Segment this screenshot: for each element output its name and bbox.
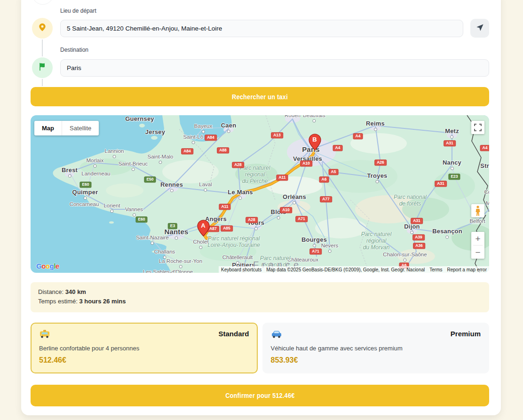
taxi-icon: [39, 330, 50, 340]
navigation-arrow-icon: [475, 23, 484, 33]
map-data-text: Map data ©2025 GeoBasis-DE/BKG (©2009), …: [264, 266, 427, 273]
route-marker-b: B: [309, 134, 321, 151]
previous-stop-circle-cutoff: [32, 0, 54, 5]
zoom-in-button[interactable]: +: [471, 232, 484, 245]
google-logo-letter: o: [41, 262, 46, 270]
departure-input[interactable]: [60, 20, 463, 37]
vehicle-options: Standard Berline confortable pour 4 pers…: [31, 323, 489, 373]
google-logo-letter: o: [46, 262, 50, 270]
vehicle-card-standard[interactable]: Standard Berline confortable pour 4 pers…: [31, 323, 258, 373]
report-map-error-link[interactable]: Report a map error: [445, 266, 489, 273]
vehicle-description: Berline confortable pour 4 personnes: [39, 345, 249, 352]
terms-link[interactable]: Terms: [427, 266, 444, 273]
distance-row: Distance: 340 km: [38, 287, 482, 297]
vehicle-price: 512.46€: [39, 356, 249, 365]
zoom-control: + −: [471, 232, 484, 259]
pegman-button[interactable]: [471, 204, 484, 217]
fullscreen-icon: [474, 124, 482, 131]
route-connector-line: [42, 40, 43, 56]
tab-map[interactable]: Map: [34, 121, 62, 135]
destination-flag-badge: [32, 57, 53, 78]
pegman-icon: [475, 206, 481, 216]
search-taxi-button[interactable]: Rechercher un taxi: [31, 87, 489, 106]
tab-satellite[interactable]: Satellite: [62, 121, 99, 135]
google-map[interactable]: GuernseyJerseyBayeuxCaenSaint-LôRouenBea…: [31, 115, 489, 273]
flag-icon: [38, 62, 47, 73]
google-logo-letter: e: [55, 262, 59, 270]
trip-info-box: Distance: 340 km Temps estimé: 3 hours 2…: [31, 282, 489, 312]
search-taxi-button-label: Rechercher un taxi: [232, 93, 288, 101]
google-logo-letter: g: [50, 262, 54, 270]
booking-card: Lieu de départ Destination Rechercher un…: [21, 0, 501, 415]
google-logo[interactable]: Google: [36, 262, 59, 270]
time-label: Temps estimé:: [38, 298, 78, 305]
vehicle-name: Standard: [218, 330, 249, 338]
departure-label: Lieu de départ: [60, 8, 96, 14]
google-logo-letter: G: [36, 262, 41, 270]
vehicle-card-premium[interactable]: Premium Véhicule haut de gamme avec serv…: [262, 323, 490, 373]
confirm-button-label: Confirmer pour 512.46€: [225, 391, 294, 400]
time-value: 3 hours 26 mins: [79, 298, 126, 305]
map-markers-layer: AB: [31, 115, 489, 273]
fullscreen-button[interactable]: [471, 121, 484, 134]
time-row: Temps estimé: 3 hours 26 mins: [38, 297, 482, 306]
route-connector-line-2: [42, 79, 43, 86]
map-attribution: Keyboard shortcuts Map data ©2025 GeoBas…: [219, 266, 489, 273]
map-type-control: Map Satellite: [34, 121, 99, 135]
locate-button[interactable]: [470, 19, 489, 38]
premium-car-icon: [271, 330, 282, 340]
route-marker-a: A: [197, 220, 210, 237]
destination-input[interactable]: [60, 59, 489, 77]
vehicle-price: 853.93€: [271, 356, 481, 365]
vehicle-description: Véhicule haut de gamme avec services pre…: [271, 345, 481, 352]
keyboard-shortcuts-link[interactable]: Keyboard shortcuts: [219, 266, 264, 273]
vehicle-name: Premium: [451, 330, 481, 338]
zoom-out-button[interactable]: −: [471, 246, 484, 259]
map-pin-icon: [38, 23, 47, 34]
confirm-button[interactable]: Confirmer pour 512.46€: [31, 385, 489, 406]
departure-pin-badge: [32, 18, 53, 39]
distance-label: Distance:: [38, 288, 63, 295]
destination-label: Destination: [60, 47, 88, 53]
distance-value: 340 km: [65, 288, 86, 295]
